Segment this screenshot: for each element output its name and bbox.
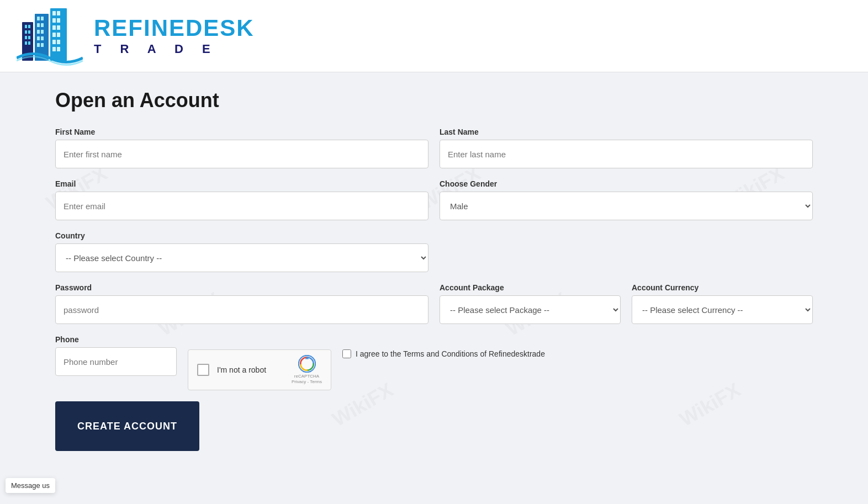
country-label: Country [55,231,428,240]
first-name-group: First Name [55,128,428,168]
terms-text: I agree to the Terms and Conditions of R… [356,349,545,358]
first-name-input[interactable] [55,140,428,168]
svg-rect-17 [41,36,44,40]
page-container: REFINEDESK T R A D E Open an Account Fir… [0,0,868,495]
brand-name: REFINEDESK [94,15,255,41]
svg-rect-6 [28,36,30,39]
country-select[interactable]: -- Please select Country -- United State… [55,243,428,272]
svg-rect-7 [25,41,27,45]
last-name-label: Last Name [440,128,813,136]
gender-group: Choose Gender Male Female Other [440,179,813,220]
gender-select[interactable]: Male Female Other [440,192,813,220]
header: REFINEDESK T R A D E [0,0,868,72]
svg-rect-23 [52,18,56,23]
phone-captcha-terms-row: Phone I'm not a robot [55,335,813,390]
password-label: Password [55,283,428,292]
phone-input[interactable] [55,347,177,376]
last-name-group: Last Name [440,128,813,168]
message-us-button[interactable]: Message us [6,478,55,493]
svg-rect-21 [52,11,56,15]
svg-rect-29 [52,40,56,44]
svg-rect-26 [57,25,60,30]
password-input[interactable] [55,295,428,324]
last-name-input[interactable] [440,140,813,168]
password-group: Password [55,283,428,324]
email-label: Email [55,179,428,188]
svg-rect-3 [25,30,27,34]
svg-rect-1 [25,25,27,28]
recaptcha-checkbox[interactable] [197,364,209,376]
svg-rect-2 [28,25,30,28]
terms-checkbox[interactable] [342,349,351,358]
email-group: Email [55,179,428,220]
svg-rect-4 [28,30,30,34]
email-input[interactable] [55,192,428,220]
svg-rect-13 [41,23,44,27]
svg-rect-28 [57,33,60,37]
svg-rect-11 [41,17,44,20]
country-row: Country -- Please select Country -- Unit… [55,231,813,272]
svg-rect-10 [37,17,40,20]
gender-label: Choose Gender [440,179,813,188]
email-gender-row: Email Choose Gender Male Female Other [55,179,813,220]
form-area: Open an Account First Name Last Name Ema… [0,72,868,473]
page-title: Open an Account [55,89,813,112]
svg-rect-16 [37,36,40,40]
svg-rect-8 [28,41,30,45]
currency-select[interactable]: -- Please select Currency -- USD EUR GBP [632,295,813,324]
svg-rect-30 [57,40,60,44]
phone-group: Phone [55,335,177,376]
svg-rect-24 [57,18,60,23]
country-group: Country -- Please select Country -- Unit… [55,231,428,272]
svg-rect-5 [25,36,27,39]
first-name-label: First Name [55,128,428,136]
brand-text: REFINEDESK T R A D E [94,15,255,56]
name-row: First Name Last Name [55,128,813,168]
recaptcha-text: I'm not a robot [217,365,284,374]
svg-rect-31 [52,47,56,51]
recaptcha-icon [298,355,316,373]
logo-icon [17,6,83,66]
terms-group: I agree to the Terms and Conditions of R… [342,349,813,358]
svg-rect-19 [41,43,44,47]
svg-rect-27 [52,33,56,37]
currency-group: Account Currency -- Please select Curren… [632,283,813,324]
phone-label: Phone [55,335,177,344]
package-group: Account Package -- Please select Package… [440,283,621,324]
svg-rect-25 [52,25,56,30]
svg-rect-15 [41,30,44,34]
currency-label: Account Currency [632,283,813,292]
svg-rect-14 [37,30,40,34]
recaptcha-brand: reCAPTCHA Privacy - Terms [292,374,322,384]
recaptcha-box: I'm not a robot reCAPTCHA Privacy - Term… [188,349,331,390]
svg-rect-18 [37,43,40,47]
package-label: Account Package [440,283,621,292]
recaptcha-logo: reCAPTCHA Privacy - Terms [292,355,322,384]
brand-sub: T R A D E [94,42,255,56]
svg-rect-12 [37,23,40,27]
svg-rect-22 [57,11,60,15]
package-select[interactable]: -- Please select Package -- Basic Standa… [440,295,621,324]
create-account-button[interactable]: CREATE ACCOUNT [55,401,199,451]
svg-rect-32 [57,47,60,51]
password-package-currency-row: Password Account Package -- Please selec… [55,283,813,324]
